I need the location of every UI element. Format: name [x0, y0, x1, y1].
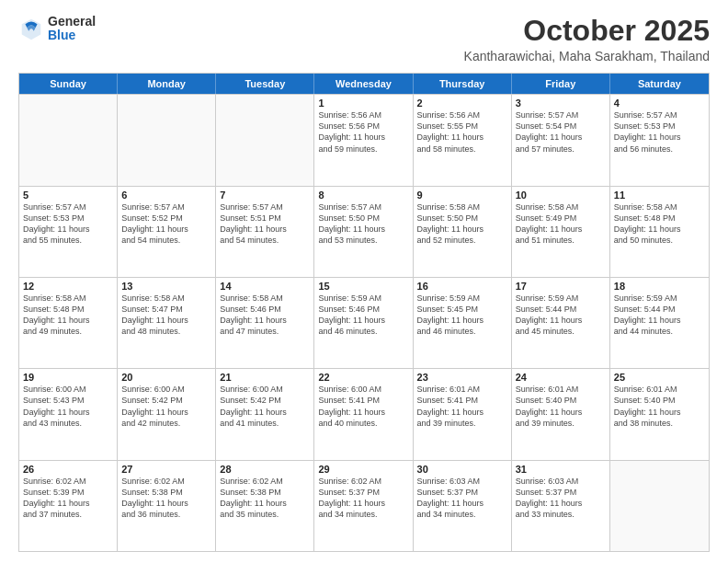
calendar-cell-0-6: 4Sunrise: 5:57 AM Sunset: 5:53 PM Daylig… — [610, 95, 709, 185]
day-number: 9 — [417, 190, 507, 201]
calendar-cell-0-5: 3Sunrise: 5:57 AM Sunset: 5:54 PM Daylig… — [512, 95, 610, 185]
calendar-cell-3-0: 19Sunrise: 6:00 AM Sunset: 5:43 PM Dayli… — [19, 369, 118, 459]
header-day-saturday: Saturday — [610, 74, 709, 94]
calendar-cell-2-4: 16Sunrise: 5:59 AM Sunset: 5:45 PM Dayli… — [414, 278, 512, 368]
day-number: 4 — [614, 98, 705, 109]
calendar-cell-3-5: 24Sunrise: 6:01 AM Sunset: 5:40 PM Dayli… — [512, 369, 610, 459]
logo-text: General Blue — [48, 15, 96, 43]
day-number: 27 — [121, 464, 211, 475]
header-day-tuesday: Tuesday — [216, 74, 314, 94]
day-number: 25 — [614, 372, 705, 383]
calendar-cell-4-1: 27Sunrise: 6:02 AM Sunset: 5:38 PM Dayli… — [118, 461, 216, 551]
cell-text: Sunrise: 5:57 AM Sunset: 5:54 PM Dayligh… — [516, 109, 606, 155]
cell-text: Sunrise: 6:01 AM Sunset: 5:40 PM Dayligh… — [516, 384, 606, 429]
day-number: 12 — [23, 281, 113, 292]
day-number: 24 — [516, 372, 606, 383]
calendar-cell-3-3: 22Sunrise: 6:00 AM Sunset: 5:41 PM Dayli… — [314, 369, 413, 459]
day-number: 13 — [121, 281, 211, 292]
cell-text: Sunrise: 5:59 AM Sunset: 5:45 PM Dayligh… — [417, 293, 507, 338]
cell-text: Sunrise: 5:58 AM Sunset: 5:49 PM Dayligh… — [516, 201, 606, 247]
day-number: 19 — [23, 372, 113, 383]
cell-text: Sunrise: 6:01 AM Sunset: 5:40 PM Dayligh… — [614, 384, 705, 429]
cell-text: Sunrise: 5:58 AM Sunset: 5:50 PM Dayligh… — [417, 201, 507, 247]
calendar-row-3: 19Sunrise: 6:00 AM Sunset: 5:43 PM Dayli… — [19, 368, 709, 459]
cell-text: Sunrise: 5:58 AM Sunset: 5:48 PM Dayligh… — [614, 201, 705, 247]
day-number: 23 — [417, 372, 507, 383]
calendar-cell-3-1: 20Sunrise: 6:00 AM Sunset: 5:42 PM Dayli… — [118, 369, 216, 459]
cell-text: Sunrise: 6:02 AM Sunset: 5:37 PM Dayligh… — [318, 476, 408, 521]
day-number: 21 — [220, 372, 310, 383]
calendar-body: 1Sunrise: 5:56 AM Sunset: 5:56 PM Daylig… — [19, 94, 709, 551]
header-day-wednesday: Wednesday — [314, 74, 413, 94]
day-number: 8 — [318, 190, 408, 201]
day-number: 30 — [417, 464, 507, 475]
page: General Blue October 2025 Kantharawichai… — [0, 0, 728, 563]
logo-blue: Blue — [48, 29, 96, 42]
calendar-cell-0-2 — [216, 95, 314, 185]
day-number: 3 — [516, 98, 606, 109]
cell-text: Sunrise: 6:02 AM Sunset: 5:38 PM Dayligh… — [121, 476, 211, 521]
calendar-cell-2-5: 17Sunrise: 5:59 AM Sunset: 5:44 PM Dayli… — [512, 278, 610, 368]
cell-text: Sunrise: 6:00 AM Sunset: 5:41 PM Dayligh… — [318, 384, 408, 429]
calendar-cell-2-0: 12Sunrise: 5:58 AM Sunset: 5:48 PM Dayli… — [19, 278, 118, 368]
calendar-cell-3-6: 25Sunrise: 6:01 AM Sunset: 5:40 PM Dayli… — [610, 369, 709, 459]
cell-text: Sunrise: 5:57 AM Sunset: 5:50 PM Dayligh… — [318, 201, 408, 247]
cell-text: Sunrise: 5:58 AM Sunset: 5:48 PM Dayligh… — [23, 293, 113, 338]
logo-general: General — [48, 15, 96, 29]
location-title: Kantharawichai, Maha Sarakham, Thailand — [464, 49, 710, 63]
day-number: 15 — [318, 281, 408, 292]
calendar-cell-1-4: 9Sunrise: 5:58 AM Sunset: 5:50 PM Daylig… — [414, 187, 512, 277]
calendar-cell-4-5: 31Sunrise: 6:03 AM Sunset: 5:37 PM Dayli… — [512, 461, 610, 551]
day-number: 22 — [318, 372, 408, 383]
day-number: 5 — [23, 190, 113, 201]
calendar-cell-2-1: 13Sunrise: 5:58 AM Sunset: 5:47 PM Dayli… — [118, 278, 216, 368]
cell-text: Sunrise: 6:00 AM Sunset: 5:42 PM Dayligh… — [121, 384, 211, 429]
calendar: SundayMondayTuesdayWednesdayThursdayFrid… — [18, 73, 710, 552]
cell-text: Sunrise: 5:57 AM Sunset: 5:51 PM Dayligh… — [220, 201, 310, 247]
calendar-cell-0-4: 2Sunrise: 5:56 AM Sunset: 5:55 PM Daylig… — [414, 95, 512, 185]
day-number: 6 — [121, 190, 211, 201]
day-number: 16 — [417, 281, 507, 292]
day-number: 28 — [220, 464, 310, 475]
cell-text: Sunrise: 5:58 AM Sunset: 5:47 PM Dayligh… — [121, 293, 211, 338]
cell-text: Sunrise: 5:59 AM Sunset: 5:44 PM Dayligh… — [614, 293, 705, 338]
cell-text: Sunrise: 6:03 AM Sunset: 5:37 PM Dayligh… — [516, 476, 606, 521]
cell-text: Sunrise: 6:02 AM Sunset: 5:39 PM Dayligh… — [23, 476, 113, 521]
day-number: 20 — [121, 372, 211, 383]
calendar-cell-0-0 — [19, 95, 118, 185]
title-block: October 2025 Kantharawichai, Maha Sarakh… — [464, 15, 710, 63]
cell-text: Sunrise: 5:59 AM Sunset: 5:46 PM Dayligh… — [318, 293, 408, 338]
cell-text: Sunrise: 6:03 AM Sunset: 5:37 PM Dayligh… — [417, 476, 507, 521]
cell-text: Sunrise: 6:00 AM Sunset: 5:42 PM Dayligh… — [220, 384, 310, 429]
calendar-cell-2-6: 18Sunrise: 5:59 AM Sunset: 5:44 PM Dayli… — [610, 278, 709, 368]
day-number: 14 — [220, 281, 310, 292]
day-number: 1 — [318, 98, 408, 109]
calendar-cell-3-4: 23Sunrise: 6:01 AM Sunset: 5:41 PM Dayli… — [414, 369, 512, 459]
day-number: 18 — [614, 281, 705, 292]
calendar-cell-1-0: 5Sunrise: 5:57 AM Sunset: 5:53 PM Daylig… — [19, 187, 118, 277]
calendar-cell-4-3: 29Sunrise: 6:02 AM Sunset: 5:37 PM Dayli… — [314, 461, 413, 551]
calendar-cell-4-4: 30Sunrise: 6:03 AM Sunset: 5:37 PM Dayli… — [414, 461, 512, 551]
cell-text: Sunrise: 5:57 AM Sunset: 5:52 PM Dayligh… — [121, 201, 211, 247]
cell-text: Sunrise: 6:02 AM Sunset: 5:38 PM Dayligh… — [220, 476, 310, 521]
calendar-cell-2-2: 14Sunrise: 5:58 AM Sunset: 5:46 PM Dayli… — [216, 278, 314, 368]
cell-text: Sunrise: 5:56 AM Sunset: 5:56 PM Dayligh… — [318, 109, 408, 155]
day-number: 11 — [614, 190, 705, 201]
calendar-cell-4-6 — [610, 461, 709, 551]
cell-text: Sunrise: 5:56 AM Sunset: 5:55 PM Dayligh… — [417, 109, 507, 155]
calendar-cell-0-1 — [118, 95, 216, 185]
cell-text: Sunrise: 5:57 AM Sunset: 5:53 PM Dayligh… — [614, 109, 705, 155]
calendar-cell-1-3: 8Sunrise: 5:57 AM Sunset: 5:50 PM Daylig… — [314, 187, 413, 277]
logo: General Blue — [18, 15, 96, 43]
day-number: 26 — [23, 464, 113, 475]
cell-text: Sunrise: 5:58 AM Sunset: 5:46 PM Dayligh… — [220, 293, 310, 338]
day-number: 10 — [516, 190, 606, 201]
day-number: 29 — [318, 464, 408, 475]
header-day-thursday: Thursday — [414, 74, 512, 94]
header-day-sunday: Sunday — [19, 74, 118, 94]
calendar-cell-4-0: 26Sunrise: 6:02 AM Sunset: 5:39 PM Dayli… — [19, 461, 118, 551]
cell-text: Sunrise: 6:01 AM Sunset: 5:41 PM Dayligh… — [417, 384, 507, 429]
calendar-cell-2-3: 15Sunrise: 5:59 AM Sunset: 5:46 PM Dayli… — [314, 278, 413, 368]
calendar-cell-3-2: 21Sunrise: 6:00 AM Sunset: 5:42 PM Dayli… — [216, 369, 314, 459]
header-day-friday: Friday — [512, 74, 610, 94]
